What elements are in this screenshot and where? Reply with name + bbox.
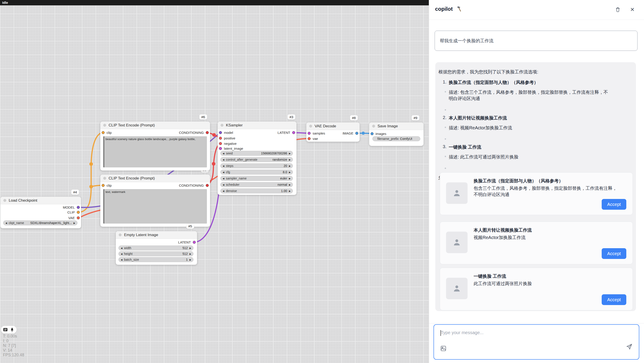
bullet-dot (445, 91, 446, 92)
node-badge: #9 (412, 115, 420, 120)
close-icon: ✕ (630, 6, 634, 13)
bullet-spacer (445, 166, 630, 169)
port-conditioning-out[interactable]: CONDITIONING (179, 130, 209, 135)
node-title: Load Checkpoint (9, 198, 38, 203)
delete-chat-button[interactable] (614, 6, 621, 13)
node-vae-decode[interactable]: VAE Decode samples vae IMAGE (306, 122, 360, 142)
widget-sampler-name[interactable]: ◀sampler_nameeuler▶ (220, 176, 293, 181)
port-clip-out[interactable]: CLIP (68, 210, 80, 214)
bullet-spacer (445, 136, 630, 140)
image-icon (440, 345, 446, 352)
bullet-dot (445, 156, 446, 157)
trash-icon (615, 7, 620, 12)
node-clip-text-encode-positive[interactable]: CLIP Text Encode (Prompt) clip CONDITION… (100, 121, 210, 171)
port-clip-in[interactable]: clip (102, 130, 112, 135)
collapse-dot[interactable] (119, 233, 122, 236)
queue-list-icon[interactable] (3, 327, 8, 332)
card-desc: 此工作流可通过两张照片换脸 (474, 280, 617, 287)
prompt-textarea[interactable]: text, watermark (104, 189, 207, 224)
widget-steps[interactable]: ◀steps20▶ (220, 163, 293, 168)
node-badge: #3 (288, 114, 295, 119)
node-title: KSampler (226, 123, 243, 128)
node-badge: #5 (186, 224, 194, 229)
close-panel-button[interactable]: ✕ (629, 6, 636, 13)
collapse-dot[interactable] (372, 125, 375, 128)
wire-clip (79, 132, 103, 212)
workflow-canvas[interactable]: Idle #4 #6 # (0, 0, 429, 363)
accept-button[interactable]: Accept (602, 248, 626, 259)
user-message-text: 帮我生成一个换脸的工作流 (440, 38, 494, 44)
port-model-in[interactable]: model (219, 130, 233, 135)
status-bar: Idle (0, 0, 429, 5)
port-negative-in[interactable]: negative (219, 141, 237, 146)
widget-scheduler[interactable]: ◀schedulernormal▶ (220, 182, 293, 187)
tree-icon[interactable] (10, 327, 14, 332)
send-button[interactable] (626, 343, 633, 350)
canvas-toolbar[interactable] (1, 326, 16, 334)
widget-control-after-generate[interactable]: ◀control_after_generaterandomize▶ (220, 157, 293, 162)
bullet-dot (445, 127, 446, 128)
message-input[interactable] (441, 330, 629, 344)
arrow-left-icon[interactable]: ◀ (5, 222, 7, 224)
arrow-right-icon[interactable]: ▶ (74, 222, 75, 224)
option-item: 3. 一键换脸 工作流 (438, 144, 630, 150)
accept-button[interactable]: Accept (602, 199, 626, 210)
widget-denoise[interactable]: ◀denoise1.00▶ (220, 188, 293, 193)
port-vae-out[interactable]: VAE (68, 216, 80, 220)
port-positive-in[interactable]: positive (219, 136, 235, 140)
collapse-dot[interactable] (3, 199, 6, 202)
widget-ckpt-name[interactable]: ◀ ckpt_name SDXL/dreamshaperXL_light... … (3, 220, 78, 225)
node-badge: #4 (71, 190, 79, 195)
workflow-thumbnail (446, 278, 468, 299)
node-clip-text-encode-negative[interactable]: CLIP Text Encode (Prompt) clip CONDITION… (100, 175, 210, 227)
port-latent-out[interactable]: LATENT (178, 240, 196, 244)
prompt-textarea[interactable]: beautiful scenery nature glass bottle la… (104, 136, 207, 167)
option-desc: 描述: 视频ReActor加换脸工作流 (445, 125, 630, 131)
hammer-icon (456, 6, 462, 12)
option-desc: 描述: 此工作流可通过两张照片换脸 (445, 154, 630, 160)
copilot-title: copilot (435, 6, 453, 12)
node-empty-latent-image[interactable]: Empty Latent Image LATENT ◀width512▶ ◀he… (116, 231, 197, 265)
collapse-dot[interactable] (220, 124, 224, 127)
node-badge: #6 (199, 114, 207, 119)
port-samples-in[interactable]: samples (308, 131, 325, 135)
workflow-card: 换脸工作流（指定面部与人物）（风格参考） 包含三个工作流，风格参考，脸部替换，指… (440, 172, 633, 215)
widget-seed[interactable]: ◀seed156680208700286▶ (220, 151, 293, 156)
copilot-panel: copilot ✕ 帮我生成一个换脸的工作流 根据您的需求，我为您找到了 (429, 0, 644, 363)
node-title: CLIP Text Encode (Prompt) (108, 123, 155, 128)
person-placeholder-icon (452, 237, 462, 248)
widget-batch-size[interactable]: ◀batch_size1▶ (118, 257, 194, 262)
collapse-dot[interactable] (309, 125, 312, 128)
node-ksampler[interactable]: KSampler model positive negative latent_… (218, 121, 296, 195)
node-load-checkpoint[interactable]: Load Checkpoint MODEL CLIP VAE ◀ ckpt_na… (0, 197, 81, 228)
node-title: Empty Latent Image (124, 233, 158, 237)
port-model-out[interactable]: MODEL (63, 205, 80, 209)
port-image-out[interactable]: IMAGE (342, 131, 358, 135)
attach-image-button[interactable] (440, 345, 447, 352)
accept-button[interactable]: Accept (602, 294, 626, 305)
workflow-card: 一键换脸 工作流 此工作流可通过两张照片换脸 Accept (440, 268, 633, 310)
person-placeholder-icon (452, 188, 462, 199)
widget-width[interactable]: ◀width512▶ (118, 246, 194, 250)
assistant-message: 根据您的需求，我为您找到了以下换脸工作流选项: 1. 换脸工作流（指定面部与人物… (435, 62, 636, 311)
status-label: Idle (2, 1, 8, 4)
workflow-thumbnail (446, 232, 468, 253)
port-conditioning-out[interactable]: CONDITIONING (179, 183, 209, 188)
wire-layer (0, 0, 429, 363)
node-save-image[interactable]: Save Image images filename_prefix ComfyU… (369, 122, 424, 146)
port-images-in[interactable]: images (370, 131, 386, 136)
widget-height[interactable]: ◀height512▶ (118, 251, 194, 256)
port-latent-image-in[interactable]: latent_image (219, 146, 243, 151)
assistant-intro: 根据您的需求，我为您找到了以下换脸工作流选项: (438, 69, 630, 75)
user-message-bubble: 帮我生成一个换脸的工作流 (435, 31, 638, 51)
collapse-dot[interactable] (103, 124, 106, 127)
workflow-card: 本人图片转让视频换脸工作流 视频ReActor加换脸工作流 Accept (440, 222, 633, 264)
collapse-dot[interactable] (103, 177, 106, 180)
port-vae-in[interactable]: vae (308, 136, 318, 141)
send-icon (626, 343, 632, 350)
widget-cfg[interactable]: ◀cfg8.0▶ (220, 170, 293, 175)
port-latent-out[interactable]: LATENT (278, 130, 295, 135)
widget-filename-prefix[interactable]: filename_prefix ComfyUI (372, 136, 420, 141)
node-badge: #8 (350, 115, 358, 120)
port-clip-in[interactable]: clip (102, 183, 112, 188)
